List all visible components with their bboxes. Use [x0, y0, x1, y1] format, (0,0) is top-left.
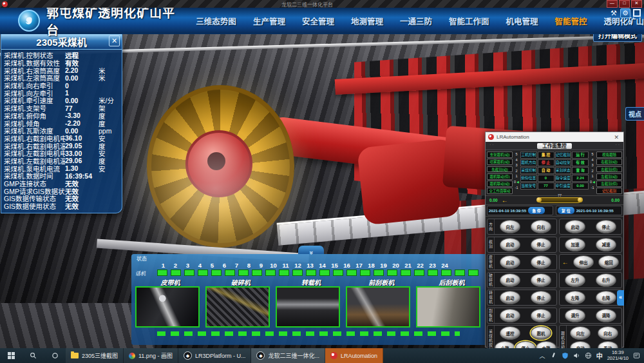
quick-button-跟机联动(停)[interactable]: 跟机联动(停) [487, 173, 513, 180]
ime-language-indicator[interactable]: 中 [596, 351, 603, 360]
control-button-启动[interactable]: 启动 [500, 273, 520, 287]
tools-icon[interactable]: ⚒ [609, 9, 618, 17]
estop-button[interactable]: 急 停 [528, 207, 545, 214]
control-button-停止[interactable]: 停止 [531, 238, 551, 251]
start-button[interactable] [0, 348, 22, 363]
channel-status-square[interactable] [441, 270, 451, 276]
control-button-启动[interactable]: 启动 [500, 255, 520, 269]
control-button-伸出[interactable]: 伸出 [573, 255, 594, 269]
reset-button[interactable]: 复 位 [558, 207, 574, 214]
channel-status-square[interactable] [184, 270, 194, 276]
task-view-icon[interactable] [44, 348, 66, 363]
control-button-启动[interactable]: 启动 [500, 238, 520, 251]
search-icon[interactable] [22, 348, 44, 363]
quick-button-左截割(停)[interactable]: 左截割(停) [596, 181, 622, 187]
channel-status-square[interactable] [225, 270, 235, 276]
taskbar-item[interactable]: 11.png - 画图 [124, 348, 178, 363]
control-button-停止[interactable]: 停止 [596, 220, 616, 233]
close-button[interactable]: ✕ [631, 0, 642, 8]
channel-status-square[interactable] [468, 270, 478, 276]
control-button-左降[interactable]: 左降 [565, 291, 585, 304]
channel-status-square[interactable] [211, 270, 222, 276]
control-button-向左[interactable]: 向左 [570, 326, 591, 340]
camera-thumbnail-破碎机[interactable] [205, 286, 270, 328]
control-button-右降[interactable]: 右降 [596, 291, 616, 304]
nav-item-机电管理[interactable]: 机电管理 [506, 15, 538, 27]
channel-status-square[interactable] [401, 270, 411, 276]
taskbar-item[interactable]: 2305三维截图 [66, 348, 124, 363]
quick-button-跟机联动(动)[interactable]: 跟机联动(动) [487, 181, 513, 187]
notification-center-icon[interactable] [633, 352, 640, 359]
camera-thumbnail-前刮板机[interactable] [346, 286, 410, 328]
quick-button-右截割(动)[interactable]: 右截割(动) [596, 159, 622, 165]
network-globe-icon[interactable] [585, 352, 592, 359]
camera-thumbnail-后刮板机[interactable] [416, 286, 480, 328]
channel-status-square[interactable] [387, 270, 397, 276]
nav-item-智能工作面[interactable]: 智能工作面 [449, 15, 489, 27]
channel-status-square[interactable] [360, 270, 370, 276]
control-button-向右[interactable]: 向右 [598, 326, 618, 340]
control-button-向左[interactable]: 向左 [500, 220, 520, 233]
quick-button-喷雾跟机(动)[interactable]: 喷雾跟机(动) [487, 159, 513, 165]
control-button-右升[interactable]: 右升 [596, 273, 616, 287]
channel-status-square[interactable] [279, 270, 289, 276]
viewpoint-tab[interactable]: 视点 [625, 107, 644, 121]
taskbar-item[interactable]: LRAutomation [325, 348, 383, 363]
channel-status-square[interactable] [455, 270, 465, 276]
maximize-button[interactable]: □ [619, 0, 630, 8]
defender-shield-icon[interactable] [562, 352, 569, 359]
quick-button-视角跟随[interactable]: 视角跟随 [596, 152, 622, 158]
camera-thumbnail-皮带机[interactable] [135, 286, 200, 328]
channel-status-square[interactable] [238, 270, 249, 276]
control-button-遥控[interactable]: 遥控 [500, 326, 520, 340]
quick-button-右截割(停)[interactable]: 右截割(停) [596, 166, 622, 173]
channel-status-square[interactable] [252, 270, 262, 276]
hidden-icons-caret[interactable]: ︿ [540, 351, 545, 360]
control-button-启动[interactable]: 启动 [500, 309, 520, 322]
quick-button-记忆截割[interactable]: 记忆截割 [596, 188, 622, 194]
control-button-减速[interactable]: 减速 [596, 238, 616, 251]
nav-item-三维态势图[interactable]: 三维态势图 [196, 15, 236, 27]
control-button-停止[interactable]: 停止 [531, 255, 551, 269]
control-button-停止[interactable]: 停止 [531, 273, 551, 287]
quick-button-支架跟机(动)[interactable]: 支架跟机(动) [487, 152, 513, 158]
channel-status-square[interactable] [319, 270, 330, 276]
control-button-跟机[interactable]: 跟机 [531, 326, 551, 340]
settings-gear-icon[interactable]: ⚙ [620, 8, 630, 18]
nav-item-安全管理[interactable]: 安全管理 [302, 15, 334, 27]
lr-close-icon[interactable]: ✕ [612, 134, 621, 141]
channel-status-square[interactable] [198, 270, 208, 276]
quick-button-全工作面联动[interactable]: 全工作面联动 [487, 188, 513, 194]
quick-button-左截割(动)[interactable]: 左截割(动) [596, 173, 622, 180]
channel-status-square[interactable] [292, 270, 303, 276]
pen-icon[interactable] [550, 352, 557, 359]
control-button-加速[interactable]: 加速 [565, 238, 585, 251]
control-button-缩回[interactable]: 缩回 [598, 255, 619, 269]
control-button-左升[interactable]: 左升 [565, 273, 585, 287]
control-button-停止[interactable]: 停止 [531, 309, 551, 322]
channel-status-square[interactable] [306, 270, 316, 276]
channel-status-square[interactable] [171, 270, 181, 276]
control-button-向右[interactable]: 向右 [531, 220, 551, 233]
channel-status-square[interactable] [333, 270, 343, 276]
minimize-button[interactable]: — [607, 0, 618, 8]
control-button-调升[interactable]: 调升 [565, 309, 585, 322]
channel-status-square[interactable] [346, 270, 357, 276]
channel-status-square[interactable] [428, 270, 438, 276]
clock[interactable]: 16:39 2021/4/10 [607, 350, 629, 361]
lr-collapse-arrow[interactable]: « [617, 290, 624, 306]
control-button-启动[interactable]: 启动 [565, 220, 585, 233]
quick-button-先截割(动)[interactable]: 先截割(动) [487, 166, 513, 173]
workface-control-tab[interactable]: 工作面集控 [537, 143, 572, 149]
nav-item-智能管控[interactable]: 智能管控 [554, 15, 587, 27]
camera-thumbnail-转载机[interactable] [276, 286, 340, 328]
taskbar-item[interactable]: ◆LR3DPlatform - U... [178, 348, 252, 363]
channel-status-square[interactable] [374, 270, 384, 276]
fullscreen-icon[interactable] [632, 9, 641, 17]
control-button-启动[interactable]: 启动 [500, 291, 520, 304]
nav-item-地测管理[interactable]: 地测管理 [351, 15, 383, 27]
collapse-chevron-icon[interactable]: » [298, 246, 324, 254]
nav-item-一通三防[interactable]: 一通三防 [400, 15, 432, 27]
channel-status-square[interactable] [265, 270, 276, 276]
control-button-停止[interactable]: 停止 [531, 291, 551, 304]
